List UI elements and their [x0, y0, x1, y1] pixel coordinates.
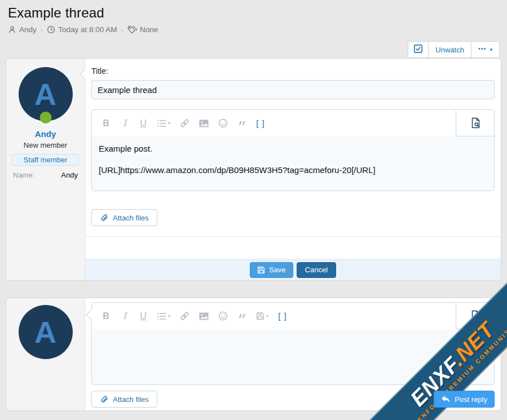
- attach-files-button[interactable]: Attach files: [91, 391, 157, 408]
- save-button[interactable]: Save: [250, 262, 293, 278]
- chevron-down-icon: ▾: [490, 47, 492, 52]
- italic-button[interactable]: I: [120, 308, 129, 325]
- cancel-button[interactable]: Cancel: [297, 262, 336, 278]
- name-value: Andy: [61, 171, 78, 179]
- user-title: New member: [6, 141, 85, 149]
- drafts-button[interactable]: ▾: [256, 308, 268, 325]
- list-button[interactable]: ▾: [157, 115, 170, 132]
- bbcode-toggle-button[interactable]: [ ]: [278, 308, 287, 325]
- reply-actions-row: Attach files Post reply: [91, 391, 495, 408]
- tags-value: None: [140, 25, 158, 34]
- edit-form-cell: Title: B I U ▾: [85, 59, 501, 280]
- chevron-down-icon: ▾: [168, 313, 170, 319]
- italic-button[interactable]: I: [120, 115, 129, 132]
- bold-button[interactable]: B: [102, 115, 111, 132]
- thread-actions: Unwatch ••• ▾: [408, 41, 500, 58]
- more-options-button[interactable]: ••• ▾: [471, 41, 500, 58]
- user-info-cell: A: [6, 298, 85, 410]
- image-button[interactable]: [199, 115, 209, 132]
- underline-button[interactable]: U: [139, 308, 148, 325]
- thread-meta: Andy · Today at 8:00 AM · None: [8, 25, 499, 34]
- form-divider: [85, 236, 501, 237]
- image-button[interactable]: [199, 308, 209, 325]
- smilie-button[interactable]: [218, 115, 228, 132]
- smilie-button[interactable]: [218, 308, 228, 325]
- form-button-footer: Save Cancel: [85, 259, 501, 280]
- post-reply-button[interactable]: Post reply: [434, 391, 495, 408]
- quote-button[interactable]: ”: [237, 115, 246, 132]
- checkbox-checked-icon: [413, 44, 423, 55]
- quote-button[interactable]: ”: [237, 308, 246, 325]
- attach-row: Attach files: [91, 209, 495, 226]
- user-info-cell: A Andy New member Staff member Name: And…: [6, 59, 85, 280]
- ellipsis-icon: •••: [478, 45, 487, 52]
- title-input[interactable]: [91, 80, 495, 99]
- name-label: Name:: [13, 171, 34, 179]
- preview-button[interactable]: [456, 110, 494, 136]
- edit-thread-card: A Andy New member Staff member Name: And…: [6, 58, 501, 281]
- meta-separator: ·: [41, 25, 43, 34]
- thread-title: Example thread: [8, 5, 499, 21]
- page-header: Example thread Andy · Today at 8:00 AM ·…: [0, 0, 507, 34]
- rich-text-editor: B I U ▾: [91, 302, 495, 385]
- editor-toolbar: B I U ▾: [92, 110, 494, 136]
- chevron-down-icon: ▾: [266, 313, 268, 319]
- attach-files-button[interactable]: Attach files: [91, 209, 157, 226]
- preview-button[interactable]: [456, 303, 494, 329]
- meta-separator: ·: [121, 25, 124, 34]
- user-name-row: Name: Andy: [6, 171, 85, 179]
- reply-body-editor[interactable]: [92, 329, 494, 384]
- multi-select-button[interactable]: [408, 41, 429, 58]
- username-link[interactable]: Andy: [6, 129, 85, 139]
- link-button[interactable]: [180, 308, 189, 325]
- underline-button[interactable]: U: [139, 115, 148, 132]
- editor-toolbar: B I U ▾: [92, 303, 494, 329]
- thread-time: Today at 8:00 AM: [58, 25, 117, 34]
- avatar[interactable]: A: [19, 305, 73, 359]
- bold-button[interactable]: B: [102, 308, 111, 325]
- avatar[interactable]: A: [19, 67, 73, 121]
- author-name: Andy: [19, 25, 37, 34]
- message-line: [URL]https://www.amazon.com/dp/B09H85W3H…: [99, 165, 487, 175]
- clock-icon: [47, 25, 55, 34]
- list-button[interactable]: ▾: [157, 308, 170, 325]
- unwatch-button[interactable]: Unwatch: [428, 41, 471, 58]
- rich-text-editor: B I U ▾: [91, 109, 495, 191]
- author-icon: [8, 25, 16, 34]
- user-banner-staff: Staff member: [12, 154, 79, 166]
- title-field-label: Title:: [91, 67, 495, 76]
- message-body-editor[interactable]: Example post. [URL]https://www.amazon.co…: [92, 136, 494, 191]
- quick-reply-card: A B I U ▾: [6, 298, 501, 411]
- chevron-down-icon: ▾: [168, 121, 170, 126]
- reply-form-cell: B I U ▾: [85, 298, 501, 410]
- message-line: Example post.: [99, 144, 487, 153]
- tags-icon: [127, 25, 137, 34]
- online-status-icon: [39, 112, 51, 123]
- link-button[interactable]: [180, 115, 189, 132]
- bbcode-toggle-button[interactable]: [ ]: [256, 115, 265, 132]
